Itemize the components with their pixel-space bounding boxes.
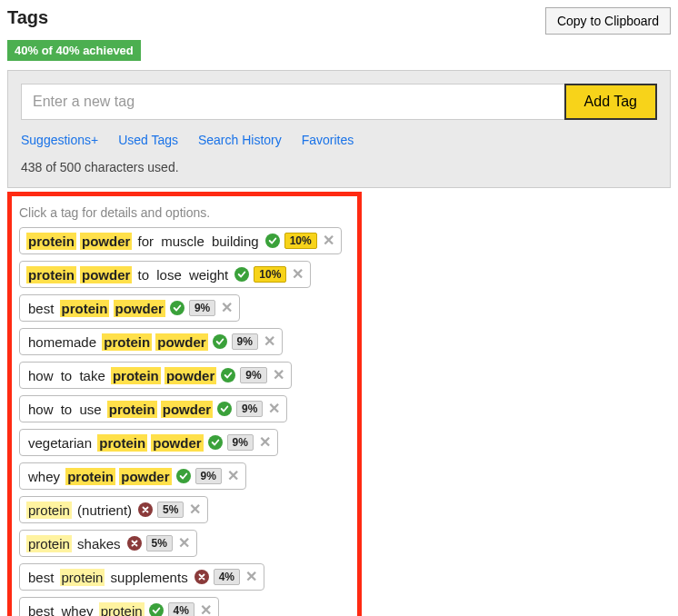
remove-tag-icon[interactable]: ✕ bbox=[189, 502, 201, 517]
tag-text: homemade protein powder bbox=[26, 334, 208, 350]
remove-tag-icon[interactable]: ✕ bbox=[227, 469, 239, 483]
copy-clipboard-button[interactable]: Copy to Clipboard bbox=[545, 7, 671, 35]
check-icon bbox=[217, 402, 232, 416]
remove-tag-icon[interactable]: ✕ bbox=[200, 603, 212, 616]
tag-text: best protein supplements bbox=[26, 570, 190, 585]
tag-pill[interactable]: homemade protein powder9%✕ bbox=[19, 328, 283, 355]
favorites-link[interactable]: Favorites bbox=[302, 133, 354, 147]
tag-text: how to take protein powder bbox=[26, 368, 216, 383]
tag-pill[interactable]: best protein powder9%✕ bbox=[19, 294, 240, 322]
tag-text: vegetarian protein powder bbox=[26, 435, 204, 451]
tag-pill[interactable]: how to take protein powder9%✕ bbox=[19, 362, 292, 389]
check-icon bbox=[149, 603, 164, 616]
remove-tag-icon[interactable]: ✕ bbox=[323, 233, 334, 248]
pct-badge: 9% bbox=[189, 300, 215, 316]
tag-pill[interactable]: vegetarian protein powder9%✕ bbox=[19, 429, 278, 456]
x-circle-icon bbox=[194, 570, 209, 584]
tag-pill[interactable]: protein shakes5%✕ bbox=[19, 530, 197, 557]
pct-badge: 9% bbox=[227, 434, 254, 451]
pct-badge: 10% bbox=[284, 233, 317, 249]
remove-tag-icon[interactable]: ✕ bbox=[221, 301, 233, 315]
tag-text: best whey protein bbox=[26, 603, 145, 617]
remove-tag-icon[interactable]: ✕ bbox=[292, 267, 304, 282]
remove-tag-icon[interactable]: ✕ bbox=[264, 334, 275, 349]
remove-tag-icon[interactable]: ✕ bbox=[259, 435, 271, 450]
link-row: Suggestions+ Used Tags Search History Fa… bbox=[21, 133, 657, 147]
tags-area: Click a tag for details and options. pro… bbox=[7, 192, 362, 616]
tag-pill[interactable]: protein powder for muscle building10%✕ bbox=[19, 227, 342, 254]
pct-badge: 9% bbox=[236, 401, 263, 417]
tag-text: protein shakes bbox=[26, 536, 123, 551]
remove-tag-icon[interactable]: ✕ bbox=[273, 368, 284, 383]
tag-text: protein powder to lose weight bbox=[26, 267, 230, 283]
tags-hint: Click a tag for details and options. bbox=[19, 205, 350, 220]
x-circle-icon bbox=[138, 502, 153, 517]
input-panel: Add Tag Suggestions+ Used Tags Search Hi… bbox=[7, 70, 671, 188]
tag-pill[interactable]: protein (nutrient)5%✕ bbox=[19, 496, 208, 523]
pct-badge: 9% bbox=[240, 367, 266, 383]
check-icon bbox=[265, 233, 280, 248]
check-icon bbox=[221, 368, 235, 383]
tag-pill[interactable]: best protein supplements4%✕ bbox=[19, 563, 264, 591]
char-count: 438 of 500 characters used. bbox=[21, 160, 657, 174]
pct-badge: 9% bbox=[195, 468, 222, 484]
used-tags-link[interactable]: Used Tags bbox=[118, 133, 178, 147]
tag-text: protein (nutrient) bbox=[26, 502, 134, 518]
suggestions-link[interactable]: Suggestions+ bbox=[21, 133, 98, 147]
pct-badge: 5% bbox=[146, 535, 173, 551]
check-icon bbox=[208, 435, 223, 450]
achieved-badge: 40% of 40% achieved bbox=[7, 40, 141, 61]
add-tag-button[interactable]: Add Tag bbox=[564, 84, 657, 120]
check-icon bbox=[176, 469, 191, 483]
tag-text: how to use protein powder bbox=[26, 402, 213, 417]
remove-tag-icon[interactable]: ✕ bbox=[268, 402, 280, 416]
tag-pill[interactable]: best whey protein4%✕ bbox=[19, 597, 219, 616]
check-icon bbox=[213, 334, 227, 349]
pct-badge: 5% bbox=[157, 502, 184, 518]
tag-pill[interactable]: protein powder to lose weight10%✕ bbox=[19, 261, 311, 288]
tag-text: whey protein powder bbox=[26, 469, 172, 484]
tag-pill[interactable]: whey protein powder9%✕ bbox=[19, 462, 246, 490]
remove-tag-icon[interactable]: ✕ bbox=[178, 536, 190, 551]
search-history-link[interactable]: Search History bbox=[198, 133, 282, 147]
check-icon bbox=[234, 267, 249, 282]
check-icon bbox=[170, 301, 184, 315]
pct-badge: 9% bbox=[232, 333, 258, 350]
tag-text: best protein powder bbox=[26, 301, 165, 316]
tag-text: protein powder for muscle building bbox=[26, 233, 261, 249]
pct-badge: 4% bbox=[168, 602, 194, 616]
x-circle-icon bbox=[127, 536, 142, 551]
tag-input[interactable] bbox=[21, 84, 564, 120]
pct-badge: 10% bbox=[254, 266, 286, 283]
tag-pill[interactable]: how to use protein powder9%✕ bbox=[19, 395, 287, 422]
page-title: Tags bbox=[7, 7, 48, 28]
pct-badge: 4% bbox=[214, 569, 240, 585]
tags-list: protein powder for muscle building10%✕pr… bbox=[19, 227, 350, 616]
remove-tag-icon[interactable]: ✕ bbox=[245, 570, 257, 584]
